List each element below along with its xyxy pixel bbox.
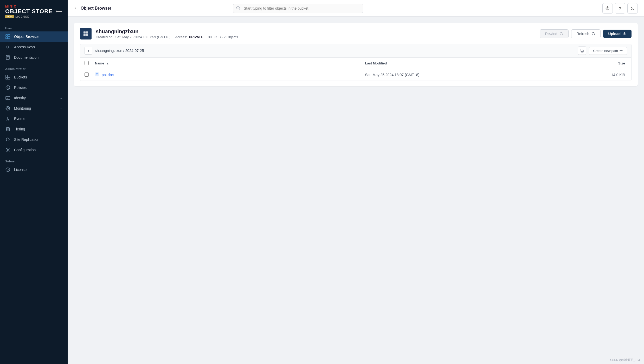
sidebar-item-tiering[interactable]: Tiering — [0, 124, 68, 134]
copy-path-button[interactable] — [578, 47, 586, 55]
row-size-cell: 14.0 KiB — [523, 69, 631, 81]
select-all-checkbox[interactable] — [85, 61, 89, 65]
svg-point-18 — [607, 8, 608, 9]
sidebar-item-buckets[interactable]: Buckets — [0, 72, 68, 82]
svg-rect-19 — [83, 31, 86, 34]
admin-section-label: Administrator — [0, 63, 68, 72]
svg-rect-20 — [86, 31, 88, 34]
upload-button[interactable]: Upload — [603, 30, 632, 38]
create-path-label: Create new path — [593, 49, 618, 53]
path-back-arrow-icon: ‹ — [88, 49, 89, 53]
sort-arrow-icon: ▲ — [106, 62, 109, 65]
policies-icon — [5, 85, 10, 90]
search-icon — [236, 6, 240, 11]
created-label: Created on: — [96, 35, 113, 39]
sidebar-item-access-keys[interactable]: Access Keys — [0, 42, 68, 52]
sidebar-item-label: Identity — [14, 96, 56, 100]
path-bar: ‹ shuangningzixun / 2024-07-25 Create ne… — [80, 44, 631, 58]
user-section-label: User — [0, 22, 68, 31]
table-row: ppt.doc Sat, May 25 2024 18:07 (GMT+8) 1… — [80, 69, 631, 81]
dark-mode-button[interactable] — [627, 3, 638, 14]
back-link[interactable]: ← Object Browser — [74, 5, 111, 11]
access-label: Access: — [175, 35, 187, 39]
svg-rect-5 — [6, 55, 9, 59]
refresh-label: Refresh — [577, 32, 589, 36]
col-name-label: Name — [95, 61, 104, 65]
sidebar-item-policies[interactable]: Policies — [0, 82, 68, 93]
search-input[interactable] — [233, 4, 363, 13]
settings-button[interactable] — [602, 3, 613, 14]
file-link[interactable]: ppt.doc — [102, 73, 114, 77]
access-keys-icon — [5, 44, 10, 50]
bucket-card: shuangningzixun Created on: Sat, May 25 … — [74, 23, 638, 86]
svg-rect-0 — [6, 35, 8, 36]
file-browser: ‹ shuangningzixun / 2024-07-25 Create ne… — [80, 44, 632, 81]
bucket-info: shuangningzixun Created on: Sat, May 25 … — [96, 29, 536, 39]
size-info: 30.0 KiB - 2 Objects — [208, 35, 238, 39]
sidebar-item-license[interactable]: License — [0, 164, 68, 175]
select-all-cell — [80, 58, 91, 69]
subnet-section-label: Subnet — [0, 155, 68, 164]
bucket-actions: Rewind Refresh Upload — [540, 29, 632, 38]
sidebar-logo: MINIO OBJECT STORE AGPL LICENSE ⟵ — [0, 0, 68, 22]
tiering-icon — [5, 127, 10, 132]
svg-rect-21 — [83, 34, 86, 36]
sidebar-item-label: Object Browser — [14, 35, 62, 39]
events-icon: λ — [5, 116, 10, 121]
documentation-icon — [5, 55, 10, 60]
row-modified-cell: Sat, May 25 2024 18:07 (GMT+8) — [361, 69, 523, 81]
col-name-header[interactable]: Name ▲ — [91, 58, 361, 69]
topbar-actions: ? — [602, 3, 638, 14]
license-icon — [5, 167, 10, 172]
svg-point-15 — [7, 149, 9, 151]
buckets-icon — [5, 75, 10, 80]
sidebar-collapse-button[interactable]: ⟵ — [56, 9, 62, 14]
create-path-button[interactable]: Create new path — [589, 47, 627, 55]
svg-rect-9 — [8, 77, 10, 79]
svg-point-13 — [7, 108, 9, 109]
col-modified-header: Last Modified — [361, 58, 523, 69]
sidebar-item-label: Buckets — [14, 75, 62, 79]
logo-license-label: LICENSE — [15, 15, 29, 18]
svg-rect-2 — [6, 37, 8, 39]
file-doc-icon — [95, 72, 99, 77]
sidebar-item-label: Events — [14, 117, 62, 121]
svg-point-4 — [6, 46, 9, 48]
svg-rect-6 — [6, 75, 8, 77]
identity-chevron-icon: ⌄ — [60, 96, 62, 100]
current-path: shuangningzixun / 2024-07-25 — [95, 49, 575, 53]
col-size-header: Size — [523, 58, 631, 69]
row-checkbox[interactable] — [85, 72, 89, 77]
sidebar-item-label: Documentation — [14, 55, 62, 59]
svg-rect-24 — [581, 49, 583, 51]
path-back-button[interactable]: ‹ — [85, 47, 92, 55]
sidebar-item-label: Monitoring — [14, 106, 56, 110]
sidebar-item-site-replication[interactable]: Site Replication — [0, 134, 68, 145]
site-replication-icon — [5, 137, 10, 142]
svg-rect-1 — [8, 35, 10, 36]
topbar-title: Object Browser — [81, 6, 111, 11]
help-button[interactable]: ? — [615, 3, 625, 14]
refresh-button[interactable]: Refresh — [571, 29, 601, 38]
rewind-button[interactable]: Rewind — [540, 29, 569, 38]
sidebar-item-identity[interactable]: Identity ⌄ — [0, 93, 68, 103]
sidebar-item-documentation[interactable]: Documentation — [0, 52, 68, 63]
file-name-container: ppt.doc — [95, 72, 357, 77]
identity-icon — [5, 95, 10, 101]
svg-point-14 — [6, 128, 10, 129]
sidebar-item-events[interactable]: λ Events — [0, 114, 68, 124]
monitoring-icon — [5, 106, 10, 111]
created-date: Sat, May 25 2024 18:07:59 (GMT+8) — [115, 35, 171, 39]
svg-rect-22 — [86, 34, 88, 36]
sidebar-item-label: Site Replication — [14, 137, 62, 142]
table-header: Name ▲ Last Modified Size — [80, 58, 631, 69]
sidebar-item-configuration[interactable]: Configuration — [0, 145, 68, 155]
bucket-header: shuangningzixun Created on: Sat, May 25 … — [80, 28, 632, 39]
topbar: ← Object Browser ? — [68, 0, 644, 17]
footer-note: CSDN @狐疾夏日_123 — [610, 358, 640, 362]
sidebar-item-object-browser[interactable]: Object Browser — [0, 31, 68, 42]
main-content: ← Object Browser ? — [68, 0, 644, 364]
sidebar-item-monitoring[interactable]: Monitoring ⌄ — [0, 103, 68, 114]
file-table: Name ▲ Last Modified Size — [80, 58, 631, 81]
sidebar: MINIO OBJECT STORE AGPL LICENSE ⟵ User O… — [0, 0, 68, 364]
